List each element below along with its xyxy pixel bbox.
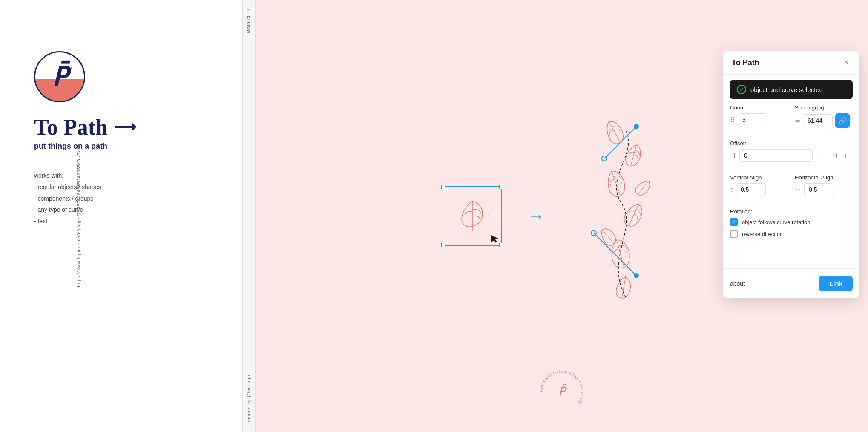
curve-leaves-svg <box>570 118 681 314</box>
logo-letter: P̄ <box>52 62 67 92</box>
status-text: object and curve selected <box>750 86 823 93</box>
corner-handle-bl <box>441 243 445 247</box>
object-box <box>443 186 502 246</box>
works-with-section: works with: - regular objects / shapes -… <box>34 172 221 227</box>
offset-row: ⫼ ⊢ ⊣ ⊢ <box>730 149 853 162</box>
svg-point-2 <box>634 124 639 129</box>
divider-panel: MMXIX II created by @lastnight <box>243 0 256 432</box>
about-link[interactable]: about <box>730 280 745 287</box>
svg-point-6 <box>634 273 639 278</box>
horizontal-align-label: Horizontal Align <box>795 174 853 181</box>
svg-line-12 <box>622 276 626 298</box>
leaf-object-svg <box>455 197 489 235</box>
sidebar-url: https://www.figma.com/c/plugin/751576264… <box>76 145 81 287</box>
list-item: - any type of curve <box>34 204 221 216</box>
count-label: Count: <box>730 104 788 111</box>
count-input-row: ⠿ <box>730 113 788 126</box>
plugin-body: Count: ⠿ Spacing(px): ⇔ 🔗 <box>723 104 859 268</box>
subtitle: put things on a path <box>34 142 221 151</box>
list-item: - components / groups <box>34 193 221 204</box>
vertical-align-group: Vertical Align ↕ <box>730 174 788 196</box>
divider-top-text: MMXIX II <box>247 9 251 33</box>
offset-section: Offset: ⫼ ⊢ ⊣ ⊢ <box>730 140 853 162</box>
divider-1 <box>730 135 853 135</box>
svg-line-10 <box>629 204 638 226</box>
plugin-title: To Path <box>732 58 759 67</box>
divider-bottom-text: created by @lastnight <box>247 373 251 423</box>
status-check-icon: ✓ <box>737 85 746 94</box>
left-panel: https://www.figma.com/c/plugin/751576264… <box>0 0 243 432</box>
align-icons: ⊢ ⊣ ⊢ <box>817 150 853 161</box>
corner-handle-br <box>499 243 503 247</box>
offset-input-row: ⫼ <box>730 149 813 162</box>
main-container: https://www.figma.com/c/plugin/751576264… <box>0 0 868 432</box>
object-follows-row[interactable]: ✓ object follows curve rotation <box>730 218 853 226</box>
canvas-area: → <box>256 0 868 432</box>
plugin-footer: about Link <box>723 268 859 298</box>
object-follows-checkbox[interactable]: ✓ <box>730 218 738 226</box>
reverse-direction-row[interactable]: reverse direction <box>730 230 853 238</box>
title-arrow-icon: ⟶ <box>114 119 136 136</box>
svg-line-9 <box>612 171 620 195</box>
svg-line-14 <box>602 230 614 244</box>
close-button[interactable]: × <box>842 58 851 67</box>
offset-label: Offset: <box>730 140 853 147</box>
horizontal-align-input[interactable] <box>804 183 834 196</box>
link-button[interactable]: Link <box>819 276 853 291</box>
svg-marker-0 <box>491 235 498 243</box>
vertical-align-icon: ↕ <box>730 186 733 193</box>
main-title: To Path ⟶ <box>34 115 221 139</box>
corner-handle-tl <box>441 185 445 189</box>
reverse-direction-checkbox[interactable] <box>730 230 738 238</box>
canvas-content: → <box>443 118 681 314</box>
offset-icon: ⫼ <box>730 152 737 159</box>
offset-input[interactable] <box>739 149 813 162</box>
svg-line-4 <box>594 233 636 276</box>
horizontal-align-icon: ↔ <box>795 186 802 193</box>
align-right-icon[interactable]: ⊢ <box>842 150 853 161</box>
svg-line-11 <box>617 240 624 267</box>
horizontal-align-input-row: ↔ <box>795 183 853 196</box>
spacing-label: Spacing(px): <box>795 104 853 111</box>
vertical-align-input[interactable] <box>736 183 766 196</box>
divider-2 <box>730 169 853 169</box>
vertical-align-label: Vertical Align <box>730 174 788 181</box>
rotation-section: Rotation: ✓ object follows curve rotatio… <box>730 208 853 238</box>
count-spacing-row: Count: ⠿ Spacing(px): ⇔ 🔗 <box>730 104 853 128</box>
spacing-input-row: ⇔ 🔗 <box>795 113 853 128</box>
align-left-icon[interactable]: ⊢ <box>817 150 827 161</box>
spacing-input[interactable] <box>803 114 833 127</box>
rotation-label: Rotation: <box>730 208 853 215</box>
list-item: - regular objects / shapes <box>34 181 221 193</box>
close-icon: × <box>844 59 848 66</box>
divider-3 <box>730 203 853 203</box>
svg-line-13 <box>638 181 649 194</box>
status-bar: ✓ object and curve selected <box>730 80 853 99</box>
logo-arrow: → <box>67 64 73 71</box>
object-follows-label: object follows curve rotation <box>742 219 810 225</box>
count-field-group: Count: ⠿ <box>730 104 788 128</box>
cursor-icon <box>491 235 499 243</box>
title-section: To Path ⟶ put things on a path <box>34 115 221 151</box>
main-title-text: To Path <box>34 115 108 139</box>
spacing-field-group: Spacing(px): ⇔ 🔗 <box>795 104 853 128</box>
watermark-svg: works with text too whaat • works with P… <box>536 366 587 418</box>
works-with-title: works with: <box>34 172 221 179</box>
vertical-align-input-row: ↕ <box>730 183 788 196</box>
horizontal-align-group: Horizontal Align ↔ <box>795 174 853 196</box>
works-with-list: - regular objects / shapes - components … <box>34 181 221 227</box>
count-input[interactable] <box>738 113 767 126</box>
reverse-direction-label: reverse direction <box>742 231 783 237</box>
align-row: Vertical Align ↕ Horizontal Align ↔ <box>730 174 853 196</box>
link-icon: 🔗 <box>838 117 847 125</box>
canvas-arrow: → <box>528 207 545 226</box>
spacing-icon: ⇔ <box>795 117 800 125</box>
svg-text:P̄: P̄ <box>558 384 567 398</box>
link-toggle-button[interactable]: 🔗 <box>835 113 850 128</box>
list-item: - text <box>34 216 221 227</box>
plugin-panel: To Path × ✓ object and curve selected Co… <box>723 51 859 298</box>
corner-handle-tr <box>499 185 503 189</box>
count-icon: ⠿ <box>730 116 735 124</box>
align-center-icon[interactable]: ⊣ <box>830 150 840 161</box>
plugin-header: To Path × <box>723 51 859 75</box>
